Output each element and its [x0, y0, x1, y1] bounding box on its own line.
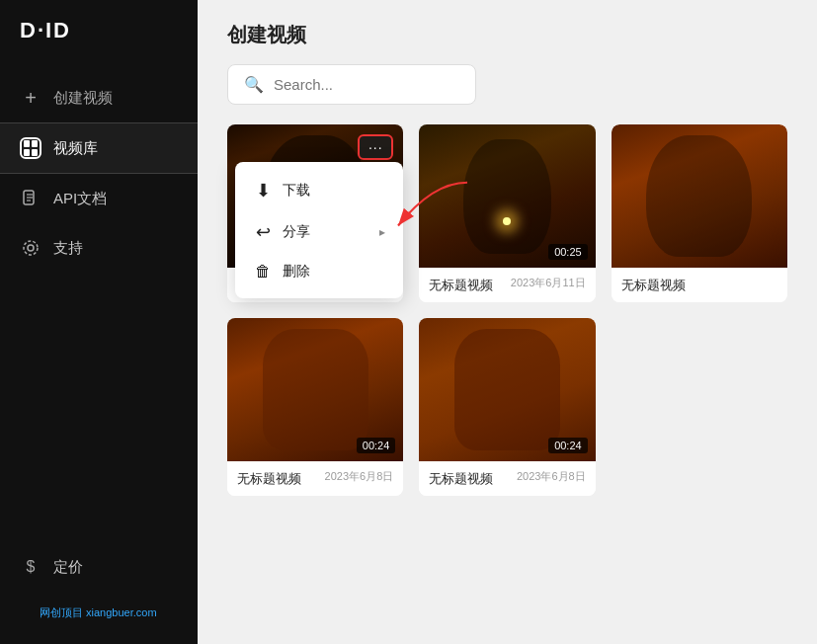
coin-icon: $	[20, 556, 41, 578]
sidebar-item-create[interactable]: + 创建视频	[0, 73, 198, 122]
grid-icon	[20, 137, 41, 159]
page-title: 创建视频	[198, 0, 817, 64]
video-date-4: 2023年6月8日	[325, 469, 394, 484]
menu-label-share: 分享	[283, 223, 310, 241]
svg-point-5	[24, 241, 38, 255]
app-logo: D·ID	[20, 18, 71, 43]
plus-icon: +	[20, 87, 41, 109]
menu-label-download: 下载	[283, 182, 310, 200]
svg-point-4	[28, 245, 34, 251]
duration-badge-5: 00:24	[548, 438, 588, 453]
video-info-5: 无标题视频 2023年6月8日	[419, 461, 595, 496]
gear-icon	[20, 237, 41, 259]
duration-badge-4: 00:24	[357, 438, 396, 453]
video-info-4: 无标题视频 2023年6月8日	[227, 461, 403, 496]
sidebar-nav: + 创建视频 视频库	[0, 73, 198, 532]
main-content: 创建视频 🔍 ··· 无标题	[198, 0, 817, 644]
search-icon: 🔍	[244, 75, 264, 94]
download-icon: ⬇	[253, 180, 273, 201]
video-date-2: 2023年6月11日	[511, 276, 586, 290]
video-title-2: 无标题视频	[429, 278, 493, 292]
video-title-4: 无标题视频	[237, 471, 301, 486]
video-thumbnail-4: 00:24	[227, 318, 403, 461]
video-card-5[interactable]: 00:24 无标题视频 2023年6月8日	[419, 318, 595, 496]
sidebar: D·ID + 创建视频 视频库	[0, 0, 198, 644]
sidebar-item-api[interactable]: API文档	[0, 174, 198, 223]
video-grid: ··· 无标题 ⬇ 下载 ↩ 分享 ▸	[227, 124, 787, 496]
sidebar-label-library: 视频库	[53, 139, 98, 158]
sidebar-label-create: 创建视频	[53, 89, 113, 108]
context-menu: ⬇ 下载 ↩ 分享 ▸ 🗑 删除	[235, 162, 403, 298]
video-card-3[interactable]: 无标题视频	[612, 124, 787, 302]
video-date-5: 2023年6月8日	[517, 469, 586, 484]
video-thumbnail-2: 00:25	[419, 124, 595, 268]
logo-area: D·ID	[0, 0, 198, 73]
duration-badge-2: 00:25	[548, 244, 588, 260]
file-icon	[20, 188, 41, 209]
share-icon: ↩	[253, 221, 273, 243]
sidebar-label-support: 支持	[53, 239, 83, 258]
sidebar-item-support[interactable]: 支持	[0, 223, 198, 273]
sidebar-label-api: API文档	[53, 190, 107, 208]
video-card-4[interactable]: 00:24 无标题视频 2023年6月8日	[227, 318, 403, 496]
video-thumbnail-5: 00:24	[419, 318, 595, 461]
sidebar-item-pricing[interactable]: $ 定价	[0, 542, 198, 592]
sidebar-label-pricing: 定价	[53, 558, 83, 577]
video-title-5: 无标题视频	[429, 471, 493, 486]
search-input[interactable]	[274, 76, 459, 93]
menu-label-delete: 删除	[283, 263, 310, 281]
share-submenu-arrow: ▸	[379, 225, 385, 239]
video-title-3: 无标题视频	[621, 278, 686, 292]
watermark-text: 网创顶目 xiangbuer.com	[20, 598, 178, 628]
thumb-silhouette-3	[612, 124, 787, 268]
content-area: 🔍 ··· 无标题	[198, 64, 817, 644]
video-options-button[interactable]: ···	[358, 134, 393, 160]
sidebar-item-library[interactable]: 视频库	[0, 122, 198, 174]
menu-item-download[interactable]: ⬇ 下载	[235, 170, 403, 211]
video-info-2: 无标题视频 2023年6月11日	[419, 268, 595, 302]
delete-icon: 🗑	[253, 263, 273, 281]
menu-item-delete[interactable]: 🗑 删除	[235, 253, 403, 290]
video-card-2[interactable]: 00:25 无标题视频 2023年6月11日	[419, 124, 595, 302]
sidebar-bottom: $ 定价 网创顶目 xiangbuer.com	[0, 532, 198, 644]
candle-glow	[503, 217, 511, 225]
menu-item-share[interactable]: ↩ 分享 ▸	[235, 211, 403, 253]
search-bar[interactable]: 🔍	[227, 64, 476, 105]
video-info-3: 无标题视频	[612, 268, 787, 302]
video-card-1: ··· 无标题 ⬇ 下载 ↩ 分享 ▸	[227, 124, 403, 302]
video-thumbnail-3	[612, 124, 787, 268]
